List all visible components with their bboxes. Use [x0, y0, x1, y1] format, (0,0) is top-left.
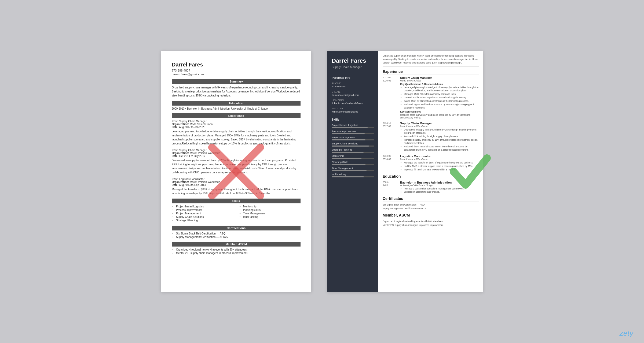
- bullet: Reduced direct material costs 8% on form…: [404, 145, 479, 152]
- twitter-item: Twitter twitter.com/darrelzfares: [327, 106, 378, 114]
- exp-block-1: Post: Supply Chain Manager Organization:…: [172, 120, 301, 146]
- skill-3: Project Management: [176, 212, 233, 215]
- skill-bar-8: Multi-tasking: [327, 172, 378, 178]
- skill-7: Planning Skills: [243, 208, 301, 211]
- cert-2: Supply Management Certification — APICS: [176, 236, 301, 238]
- bullet: Decreased resupply turn-around time by 2…: [404, 128, 479, 135]
- experience-heading: Experience: [383, 69, 479, 74]
- exp3-post: Post: Logistics Coordinator: [172, 178, 301, 181]
- right-exp3-title: Logistics Coordinator: [400, 155, 479, 158]
- skill-bar-bg-3: [332, 146, 374, 147]
- member-line-1: Organized 4 regional networking events w…: [383, 220, 479, 223]
- skill-bar-fill-8: [332, 176, 364, 177]
- exp1-desc: Leveraged planning knowledge to drive su…: [172, 129, 301, 146]
- bullet: Increased supply efficiency by 19% throu…: [404, 139, 479, 145]
- right-name: Darrel Fares: [332, 57, 374, 64]
- right-edu1-school: University of Illinois at Chicago: [400, 184, 464, 187]
- skill-6: Mentorship: [243, 205, 301, 208]
- member-heading: Member, ASCM: [383, 213, 479, 218]
- skills-bars: Project-based Logistics Process Improvem…: [327, 123, 378, 178]
- right-edu-1: 2009 - 2013 Bachelor in Business Adminis…: [383, 181, 479, 194]
- edu-entry: 2009-2013 • Bachelor in Business Adminis…: [172, 107, 301, 110]
- cert-header: Certifications: [172, 226, 301, 230]
- right-edu1-end: 2013: [383, 184, 397, 186]
- linkedin-item: LinkedIn linkedin.com/in/darrelzfares: [327, 98, 378, 106]
- skill-bar-bg-6: [332, 164, 374, 165]
- right-exp2-dates: 2014-10 2017-07: [383, 122, 397, 152]
- skill-bar-fill-6: [332, 164, 365, 165]
- exp1-org: Organization: Mode Select Global: [172, 123, 301, 126]
- skill-bar-bg-1: [332, 133, 374, 134]
- right-exp2-title: Supply Chain Manager: [400, 122, 479, 125]
- right-exp1-end: 2020-01: [383, 79, 397, 83]
- skill-bar-5: Mentorship: [327, 154, 378, 160]
- left-name: Darrel Fares: [172, 62, 301, 68]
- exp-block-3: Post: Logistics Coordinator Organization…: [172, 178, 301, 195]
- skill-bar-bg-4: [332, 152, 374, 153]
- exp3-date: Date: Aug 2013 to Sep 2014: [172, 184, 301, 187]
- skill-bar-fill-1: [332, 133, 365, 134]
- linkedin-label: LinkedIn: [332, 99, 374, 102]
- phone-item: Phone 773-398-4807: [327, 81, 378, 89]
- exp2-post: Post: Supply Chain Manager: [172, 149, 301, 152]
- right-exp2-org: Mount Version Worldwide: [400, 125, 479, 128]
- right-main-content: Organized supply chain manager with 5+ y…: [378, 51, 483, 292]
- skill-name-8: Multi-tasking: [332, 173, 374, 176]
- right-title: Supply Chain Manager: [332, 65, 374, 69]
- summary-header: Summary: [172, 79, 301, 84]
- skills-col1: Project-based Logistics Process Improvem…: [172, 205, 233, 222]
- exp3-desc: Managed the transfer of $30K of equipmen…: [172, 187, 301, 195]
- cert-1: Six Sigma Black Belt Certification — ASQ: [176, 232, 301, 235]
- right-exp-3: 2013-08 2014-09 Logistics Coordinator Mo…: [383, 155, 479, 172]
- skill-bar-bg-5: [332, 158, 374, 159]
- right-exp2-start: 2014-10: [383, 122, 397, 125]
- right-exp2-body: Supply Chain Manager Mount Version World…: [400, 122, 479, 152]
- skill-bar-fill-7: [332, 170, 367, 171]
- skill-bar-fill-0: [332, 127, 368, 128]
- right-exp1-org: Mode Select Global: [400, 79, 479, 82]
- exp1-post: Post: Supply Chain Manager: [172, 120, 301, 123]
- skill-bar-bg-2: [332, 139, 374, 140]
- right-exp1-start: 2017-08: [383, 76, 397, 79]
- skill-bar-fill-5: [332, 158, 361, 159]
- skill-bar-fill-4: [332, 152, 364, 153]
- right-exp2-end: 2017-07: [383, 125, 397, 128]
- skill-bar-bg-8: [332, 176, 374, 177]
- member-list: Organized 4 regional networking events w…: [172, 248, 301, 255]
- cert-line-1: Six Sigma Black Belt Certification — ASQ: [383, 203, 479, 207]
- email-label: E-mail: [332, 91, 374, 93]
- bullet: Led the RMA customer support team in red…: [404, 165, 479, 168]
- education-header: Education: [172, 101, 301, 106]
- right-exp3-org: Mount Version Worldwide: [400, 158, 479, 161]
- right-exp1-body: Supply Chain Manager Mode Select Global …: [400, 76, 479, 119]
- right-edu1-bullets: Pursued a passion for operations managem…: [400, 187, 464, 194]
- right-exp3-dates: 2013-08 2014-09: [383, 155, 397, 172]
- skill-name-4: Strategic Planning: [332, 148, 374, 151]
- skill-bar-fill-2: [332, 139, 365, 140]
- skill-bar-7: Time Management: [327, 166, 378, 172]
- exp-block-2: Post: Supply Chain Manager Organization:…: [172, 149, 301, 174]
- education-heading: Education: [383, 174, 479, 179]
- skill-name-7: Time Management: [332, 167, 374, 170]
- experience-header: Experience: [172, 113, 301, 118]
- skills-grid: Project-based Logistics Process Improvem…: [172, 205, 301, 222]
- right-exp2-bullets: Decreased resupply turn-around time by 2…: [400, 128, 479, 151]
- email-value: darrelzfares@gmail.com: [332, 93, 374, 97]
- skill-bar-fill-3: [332, 146, 369, 147]
- summary-text: Organized supply chain manager with 5+ y…: [172, 85, 301, 98]
- skill-bar-4: Strategic Planning: [327, 147, 378, 154]
- right-exp3-end: 2014-09: [383, 158, 397, 161]
- right-exp3-bullets: Managed the transfer of $30K of equipmen…: [400, 161, 479, 172]
- bullet: Leveraged planning knowledge to drive su…: [404, 86, 479, 92]
- left-email: darrelzfares@gmail.com: [172, 73, 301, 76]
- bullet: Pursued a passion for operations managem…: [404, 187, 464, 191]
- right-exp-1: 2017-08 2020-01 Supply Chain Manager Mod…: [383, 76, 479, 119]
- bullet: Managed the transfer of $30K of equipmen…: [404, 161, 479, 165]
- linkedin-value: linkedin.com/in/darrelzfares: [332, 102, 374, 105]
- right-exp-2: 2014-10 2017-07 Supply Chain Manager Mou…: [383, 122, 479, 152]
- right-exp1-achievement: Reduced costs in inventory and piece par…: [400, 114, 479, 119]
- right-exp3-start: 2013-08: [383, 155, 397, 158]
- skill-name-3: Supply Chain Solutions: [332, 142, 374, 145]
- right-edu1-degree: Bachelor in Business Administration: [400, 181, 464, 184]
- skill-2: Process Improvement: [176, 208, 233, 211]
